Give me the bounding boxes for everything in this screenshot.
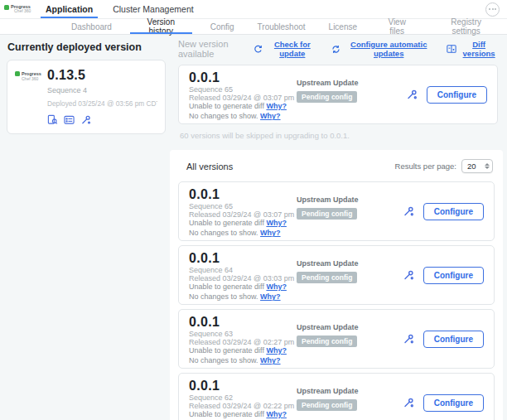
- version-row: 0.0.1 Sequence 63 Released 03/29/24 @ 02…: [178, 309, 495, 369]
- deployed-version-card: Progress Chef 360 0.13.5 Sequence 4 Depl…: [7, 60, 166, 134]
- version-released: Released 03/29/24 @ 03:03 pm CDT: [189, 274, 297, 282]
- diff-why-link[interactable]: Why?: [266, 410, 287, 418]
- version-released: Released 03/29/24 @ 03:07 pm CDT: [189, 210, 297, 219]
- all-versions-heading: All versions: [186, 162, 233, 171]
- ellipsis-icon: [489, 8, 490, 10]
- deployed-version-number: 0.13.5: [47, 69, 157, 82]
- configure-button[interactable]: Configure: [423, 331, 484, 348]
- wrench-icon[interactable]: [403, 269, 414, 281]
- version-history-panel: New version available Check for update: [170, 41, 503, 420]
- deployed-app-logo: Progress Chef 360: [15, 69, 42, 125]
- app-tabs: Application Cluster Management: [36, 0, 204, 18]
- tab-cluster-management[interactable]: Cluster Management: [103, 0, 203, 18]
- version-row: 0.0.1 Sequence 62 Released 03/29/24 @ 02…: [178, 373, 495, 420]
- results-per-page-select[interactable]: 20: [461, 159, 493, 173]
- deployed-heading: Currently deployed version: [7, 41, 166, 53]
- subnav-view-files[interactable]: View files: [369, 19, 425, 34]
- version-source: Upstream Update: [297, 387, 403, 395]
- subnav-license[interactable]: License: [317, 19, 369, 34]
- wrench-icon[interactable]: [406, 89, 418, 100]
- configure-button[interactable]: Configure: [427, 86, 487, 104]
- status-badge: Pending config: [297, 336, 357, 347]
- all-versions-panel: All versions Results per page: 20 0.0.1 …: [170, 150, 503, 420]
- check-for-update-link[interactable]: Check for update: [254, 40, 318, 58]
- version-number: 0.0.1: [189, 316, 297, 328]
- deployed-actions: [47, 114, 157, 125]
- new-version-row: 0.0.1 Sequence 65 Released 03/29/24 @ 03…: [178, 65, 498, 124]
- version-number: 0.0.1: [189, 188, 297, 200]
- wrench-icon[interactable]: [80, 114, 91, 125]
- diff-why-link[interactable]: Why?: [266, 219, 287, 227]
- version-released: Released 03/29/24 @ 02:22 pm CDT: [189, 402, 297, 410]
- stepper-icon: [485, 163, 490, 169]
- status-badge: Pending config: [297, 91, 357, 103]
- deployed-version-panel: Currently deployed version Progress Chef…: [7, 41, 166, 134]
- version-row: 0.0.1 Sequence 65 Released 03/29/24 @ 03…: [178, 181, 495, 241]
- tab-application[interactable]: Application: [36, 0, 103, 18]
- version-sequence: Sequence 65: [189, 85, 297, 94]
- version-sequence: Sequence 62: [189, 393, 297, 402]
- configure-button[interactable]: Configure: [423, 267, 484, 284]
- configure-button[interactable]: Configure: [423, 203, 484, 220]
- deployed-sequence: Sequence 4: [47, 86, 157, 94]
- wrench-icon[interactable]: [403, 205, 414, 217]
- deployed-date: Deployed 03/25/24 @ 03:56 pm CDT: [47, 99, 157, 108]
- logo-line2: Chef 360: [14, 9, 31, 14]
- version-number: 0.0.1: [189, 71, 297, 84]
- results-per-page-label: Results per page:: [395, 162, 456, 171]
- version-actions: Check for update Configure automatic upd…: [254, 40, 498, 58]
- version-source: Upstream Update: [297, 196, 403, 204]
- version-number: 0.0.1: [189, 252, 297, 264]
- edit-config-icon[interactable]: [64, 114, 75, 125]
- version-row: 0.0.1 Sequence 64 Released 03/29/24 @ 03…: [178, 245, 495, 305]
- changes-why-link[interactable]: Why?: [260, 292, 281, 301]
- changes-why-link[interactable]: Why?: [260, 112, 281, 120]
- topbar: Progress Chef 360 Application Cluster Ma…: [0, 0, 507, 19]
- logo-mark-icon: [4, 5, 9, 10]
- wrench-icon[interactable]: [403, 333, 414, 345]
- diff-why-link[interactable]: Why?: [266, 282, 287, 291]
- subnav-version-history[interactable]: Version history: [123, 19, 199, 34]
- changes-why-link[interactable]: Why?: [260, 229, 281, 237]
- version-sequence: Sequence 64: [189, 266, 297, 274]
- status-badge: Pending config: [297, 399, 357, 411]
- refresh-icon: [254, 45, 263, 54]
- configure-automatic-updates-link[interactable]: Configure automatic updates: [331, 40, 433, 58]
- new-version-heading: New version available: [178, 39, 254, 59]
- diff-icon: [447, 44, 456, 54]
- version-sequence: Sequence 63: [189, 330, 297, 338]
- skip-versions-note: 60 versions will be skipped in upgrading…: [180, 131, 498, 140]
- version-source: Upstream Update: [297, 259, 403, 268]
- subnav: Dashboard Version history Config Trouble…: [0, 19, 507, 35]
- changes-why-link[interactable]: Why?: [260, 356, 281, 364]
- diff-versions-link[interactable]: Diff versions: [447, 40, 498, 58]
- status-badge: Pending config: [297, 272, 357, 283]
- subnav-dashboard[interactable]: Dashboard: [60, 19, 123, 34]
- version-source: Upstream Update: [297, 79, 406, 87]
- more-menu-button[interactable]: [485, 2, 500, 17]
- version-released: Released 03/29/24 @ 02:27 pm CDT: [189, 338, 297, 346]
- subnav-registry-settings[interactable]: Registry settings: [425, 19, 507, 34]
- version-released: Released 03/29/24 @ 03:07 pm CDT: [189, 94, 297, 102]
- version-sequence: Sequence 65: [189, 202, 297, 210]
- diff-why-link[interactable]: Why?: [266, 346, 287, 355]
- subnav-config[interactable]: Config: [199, 19, 246, 34]
- configure-button[interactable]: Configure: [423, 394, 484, 412]
- app-logo: Progress Chef 360: [4, 4, 35, 14]
- logo-mark-icon: [15, 71, 20, 76]
- subnav-troubleshoot[interactable]: Troubleshoot: [246, 19, 317, 34]
- status-badge: Pending config: [297, 208, 357, 220]
- wrench-icon[interactable]: [403, 397, 414, 408]
- version-source: Upstream Update: [297, 323, 403, 331]
- diff-why-link[interactable]: Why?: [266, 102, 287, 110]
- auto-update-icon: [331, 45, 340, 54]
- file-diff-icon[interactable]: [47, 114, 58, 125]
- version-number: 0.0.1: [189, 379, 297, 392]
